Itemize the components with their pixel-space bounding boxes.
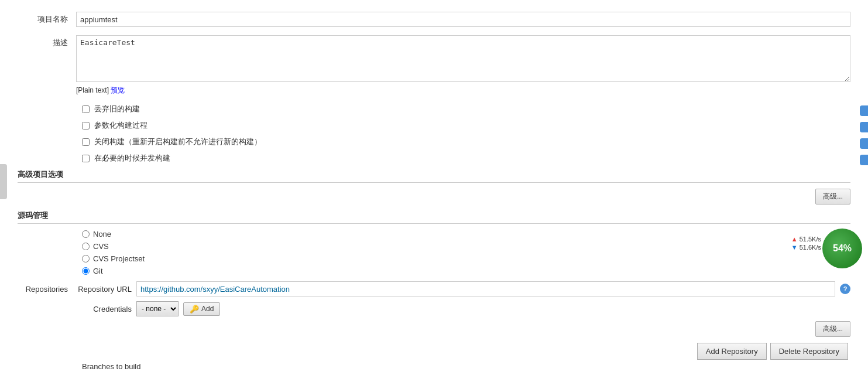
download-value: 51.6K/s [800,244,821,251]
page-container: 项目名称 描述 EasicareTest [Plain text] 预览 丢弃旧… [0,0,868,392]
right-indicator-2 [860,122,868,132]
checkbox-concurrent-label: 在必要的时候并发构建 [94,153,170,163]
delete-repository-button[interactable]: Delete Repository [770,343,848,360]
scm-none-label: None [93,230,111,238]
network-badge: 54% [822,229,862,268]
add-repository-button[interactable]: Add Repository [697,343,767,360]
description-textarea[interactable]: EasicareTest [76,35,850,82]
scm-radio-group: None CVS CVS Projectset Git [18,230,850,275]
preview-link[interactable]: 预览 [111,86,125,94]
side-tab [0,164,7,199]
scm-git-row: Git [82,267,850,275]
right-indicator-1 [860,105,868,116]
scm-none-row: None [82,230,850,238]
description-row: 描述 EasicareTest [Plain text] 预览 [18,35,850,96]
repository-url-input[interactable] [136,281,835,296]
scm-section-title: 源码管理 [18,210,850,224]
add-label: Add [201,305,214,313]
plain-text-label: [Plain text] [76,86,109,94]
scm-cvs-projectset-label: CVS Projectset [93,254,145,263]
network-stats: ▲ 51.5K/s ▼ 51.6K/s [791,236,821,251]
scm-git-radio[interactable] [82,267,90,275]
project-name-input[interactable] [76,12,850,27]
scm-git-label: Git [93,267,103,275]
advanced-button-2[interactable]: 高级... [815,321,850,337]
scm-none-radio[interactable] [82,230,90,238]
key-icon: 🔑 [190,305,199,313]
upload-stat-row: ▲ 51.5K/s [791,236,821,243]
repositories-section: Repositories Repository URL ? Credential… [18,281,850,360]
right-indicator-3 [860,138,868,149]
description-wrap: EasicareTest [Plain text] 预览 [76,35,850,96]
right-indicators [860,105,868,165]
project-name-row: 项目名称 [18,12,850,27]
checkbox-discard[interactable] [82,105,90,113]
checkbox-params-label: 参数化构建过程 [94,120,147,131]
repositories-label: Repositories [18,281,76,294]
advanced-section-title: 高级项目选项 [18,169,850,183]
project-name-wrap [76,12,850,27]
repositories-content: Repository URL ? Credentials - none - 🔑 … [76,281,850,360]
credentials-label: Credentials [76,305,132,313]
checkbox-disable-row: 关闭构建（重新开启构建前不允许进行新的构建） [18,137,850,147]
upload-arrow: ▲ [791,236,798,243]
advanced-button-1[interactable]: 高级... [815,189,850,204]
credentials-select[interactable]: - none - [136,301,179,316]
right-indicator-4 [860,155,868,165]
checkbox-concurrent-row: 在必要的时候并发构建 [18,153,850,163]
bottom-buttons: Add Repository Delete Repository [76,343,850,360]
scm-cvs-row: CVS [82,242,850,251]
checkbox-disable[interactable] [82,138,90,146]
repository-url-label: Repository URL [76,285,132,294]
checkbox-discard-row: 丢弃旧的构建 [18,104,850,114]
advanced-btn-row: 高级... [18,189,850,204]
scm-cvs-projectset-row: CVS Projectset [82,254,850,263]
credentials-row: Credentials - none - 🔑 Add [76,301,850,316]
scm-cvs-label: CVS [93,242,109,251]
checkbox-disable-label: 关闭构建（重新开启构建前不允许进行新的构建） [94,137,262,147]
checkbox-concurrent[interactable] [82,155,90,162]
scm-cvs-radio[interactable] [82,243,90,250]
download-arrow: ▼ [791,244,798,251]
checkbox-params[interactable] [82,122,90,129]
repository-url-help-icon[interactable]: ? [840,284,850,294]
checkbox-discard-label: 丢弃旧的构建 [94,104,140,114]
network-percent: 54% [833,243,852,254]
download-stat-row: ▼ 51.6K/s [791,244,821,251]
plain-text-links: [Plain text] 预览 [76,86,850,96]
description-label: 描述 [18,35,76,48]
branches-label: Branches to build [18,362,850,371]
repository-url-row: Repository URL ? [76,281,850,296]
credentials-add-button[interactable]: 🔑 Add [183,302,220,316]
project-name-label: 项目名称 [18,12,76,25]
checkbox-params-row: 参数化构建过程 [18,120,850,131]
scm-cvs-projectset-radio[interactable] [82,255,90,263]
upload-value: 51.5K/s [800,236,821,243]
